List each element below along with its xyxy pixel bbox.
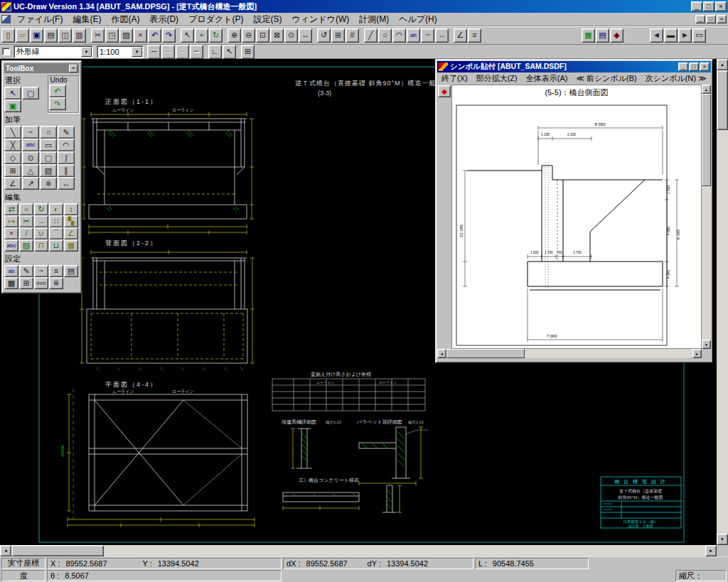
menu-window[interactable]: ウィンドウ(W): [287, 13, 355, 26]
menu-edit[interactable]: 編集(E): [68, 13, 106, 26]
group-tool-icon[interactable]: ⊓: [34, 239, 48, 252]
grid-tool-icon[interactable]: ⊞: [4, 164, 21, 177]
measure-icon[interactable]: ∠: [454, 28, 467, 43]
layer-icon[interactable]: ≡: [468, 28, 481, 43]
polygon-tool-icon[interactable]: △: [22, 164, 39, 177]
horizontal-scrollbar[interactable]: ◄ ►: [0, 545, 717, 556]
angle-tool-icon[interactable]: ∠: [4, 177, 21, 190]
system-settings-icon[interactable]: ※: [49, 277, 63, 289]
save-icon[interactable]: ▣: [30, 28, 43, 43]
copy-tool-icon[interactable]: »: [19, 203, 33, 215]
app-titlebar[interactable]: UC-Draw Version 1.34 [ABUT_SAM.DPSG] - […: [0, 0, 728, 13]
scroll-up-icon[interactable]: ▲: [717, 59, 728, 70]
scroll-left-icon[interactable]: ◄: [437, 349, 446, 358]
hatch-tool-icon[interactable]: ▧: [40, 164, 57, 177]
color-settings-icon[interactable]: ▩: [4, 277, 18, 289]
symbol-horizontal-scrollbar[interactable]: ◄ ►: [437, 349, 702, 358]
stretch-tool-icon[interactable]: ↕: [64, 203, 78, 215]
select-mode-icon[interactable]: ↖: [181, 28, 194, 43]
child-minimize-button[interactable]: _: [695, 15, 705, 23]
leader-tool-icon[interactable]: ↗: [22, 177, 39, 190]
close-button[interactable]: ×: [715, 1, 727, 11]
rotate-tool-icon[interactable]: ↻: [34, 203, 48, 215]
toolbox-titlebar[interactable]: ToolBox ×: [4, 63, 79, 73]
scroll-up-icon[interactable]: ▲: [702, 85, 711, 94]
zoom-out-icon[interactable]: ⊖: [242, 28, 255, 43]
snap-grid-icon[interactable]: ⊞: [241, 45, 255, 59]
maximize-button[interactable]: □: [703, 1, 714, 11]
pointer-mode-icon[interactable]: ↖: [223, 45, 236, 59]
zoom-window-icon[interactable]: ⊡: [256, 28, 269, 43]
scale-combo[interactable]: 1:100 ▼: [97, 45, 144, 58]
spline-tool-icon[interactable]: ~: [421, 28, 434, 43]
zoom-previous-icon[interactable]: ⊙: [284, 28, 298, 43]
edit-hatch-tool-icon[interactable]: ▨: [19, 239, 33, 252]
print-icon[interactable]: ▤: [44, 28, 58, 43]
layer-settings-icon[interactable]: ≡: [49, 265, 63, 277]
copy-icon[interactable]: ◳: [105, 28, 119, 43]
line-width-icon[interactable]: ━: [190, 45, 203, 59]
line-style-dash-icon[interactable]: ╌: [161, 45, 175, 59]
extend-tool-icon[interactable]: ↦: [4, 215, 18, 227]
circle-tool-icon[interactable]: ○: [40, 126, 57, 139]
paste-icon[interactable]: ▨: [119, 28, 133, 43]
edit-text-tool-icon[interactable]: abc: [4, 239, 18, 252]
dimension-tool-icon[interactable]: ↔: [435, 28, 449, 43]
linetype-settings-icon[interactable]: ~: [34, 265, 48, 277]
erase-icon[interactable]: ×: [134, 28, 147, 43]
grid-icon[interactable]: ⊞: [331, 28, 345, 43]
combo-arrow-icon[interactable]: ▼: [81, 47, 92, 57]
arc-tool-icon[interactable]: ◠: [392, 28, 406, 43]
symmenu-fit[interactable]: 全体表示(A): [522, 72, 572, 85]
menu-draw[interactable]: 作図(A): [106, 13, 144, 26]
menu-view[interactable]: 表示(D): [144, 13, 183, 26]
select-element-tool-icon[interactable]: ▣: [4, 99, 21, 112]
join-tool-icon[interactable]: ∪: [34, 227, 48, 239]
symbol-hscroll-thumb[interactable]: [446, 349, 525, 358]
child-restore-button[interactable]: □: [706, 15, 716, 23]
symmenu-zoom-part[interactable]: 部分拡大(Z): [472, 72, 522, 85]
undo-tool-icon[interactable]: ↶: [49, 85, 66, 97]
open-file-icon[interactable]: ▱: [16, 28, 29, 43]
ortho-icon[interactable]: ∟: [208, 45, 222, 59]
symbol-close-button[interactable]: ×: [700, 63, 710, 71]
document-icon[interactable]: [1, 15, 11, 23]
menu-file[interactable]: ファイル(F): [12, 13, 68, 26]
new-file-icon[interactable]: ▯: [1, 28, 15, 43]
chamfer-tool-icon[interactable]: ∠: [64, 227, 78, 239]
erase-tool-icon[interactable]: ×: [4, 227, 18, 239]
line-style-solid-icon[interactable]: ─: [147, 45, 161, 59]
cross-tool-icon[interactable]: ╳: [4, 139, 21, 151]
menu-help[interactable]: ヘルプ(H): [394, 13, 442, 26]
prev-sheet-icon[interactable]: ◄: [650, 28, 663, 43]
menu-measure[interactable]: 計測(M): [354, 13, 394, 26]
dimension-tool-icon[interactable]: ↔: [58, 177, 75, 190]
symbol-icon[interactable]: ◆: [610, 28, 623, 43]
move-icon[interactable]: +: [195, 28, 208, 43]
pan-icon[interactable]: ↔: [299, 28, 312, 43]
symmenu-next-symbol[interactable]: 次シンボル(N) ≫: [641, 72, 711, 85]
line-tool-icon[interactable]: ╱: [364, 28, 378, 43]
spline-tool-icon[interactable]: ∫: [58, 151, 75, 164]
symbol-window-titlebar[interactable]: シンボル貼付 [ABUT_SAM.DSDF] _ □ ×: [437, 61, 711, 72]
horizontal-scrollbar-thumb[interactable]: [11, 545, 104, 556]
select-arrow-tool-icon[interactable]: ↖: [4, 87, 21, 99]
unit-settings-icon[interactable]: mm: [34, 277, 48, 289]
print-settings-icon[interactable]: ▤: [64, 265, 78, 277]
title-block-icon[interactable]: ▤: [596, 28, 609, 43]
redo-tool-icon[interactable]: ↷: [49, 97, 66, 110]
line-tool-icon[interactable]: ╲: [4, 126, 21, 139]
trim-tool-icon[interactable]: ✂: [19, 215, 33, 227]
snap-icon[interactable]: #: [346, 28, 359, 43]
scroll-left-icon[interactable]: ◄: [0, 545, 11, 556]
scroll-right-icon[interactable]: ►: [692, 349, 702, 358]
combo-arrow-icon[interactable]: ▼: [132, 47, 142, 57]
edit-table-tool-icon[interactable]: ▦: [64, 239, 78, 252]
symbol-maximize-button[interactable]: □: [689, 63, 699, 71]
rect-tool-icon[interactable]: ▭: [40, 139, 57, 151]
print-preview-icon[interactable]: ◫: [58, 28, 72, 43]
break-tool-icon[interactable]: /: [19, 227, 33, 239]
scroll-down-icon[interactable]: ▼: [702, 340, 711, 349]
text-tool-icon[interactable]: ab: [407, 28, 420, 43]
parallel-tool-icon[interactable]: ∥: [58, 164, 75, 177]
